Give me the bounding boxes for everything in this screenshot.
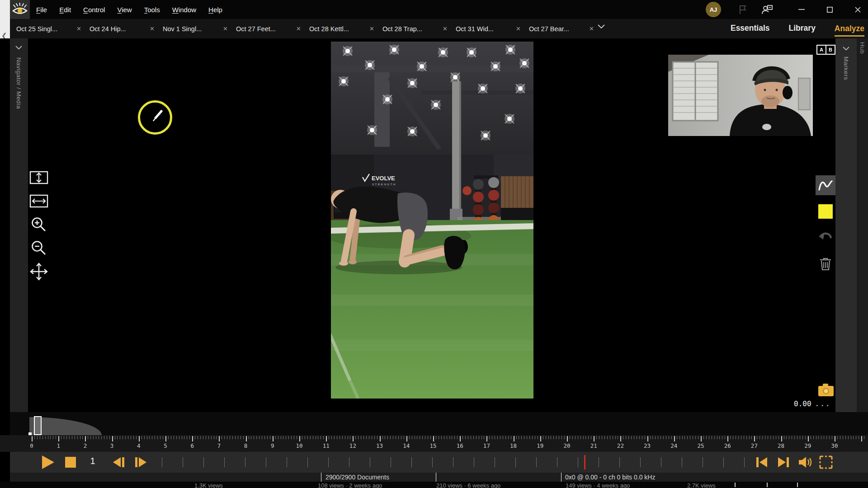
tab-oct-28-trap[interactable]: Oct 28 Trap...✕ <box>382 25 449 33</box>
ruler-tick <box>286 436 286 439</box>
tab-label[interactable]: Nov 1 Singl... <box>163 25 202 33</box>
delete-annotations-button[interactable] <box>816 254 835 274</box>
step-back-button[interactable] <box>113 457 125 468</box>
ruler-tick <box>61 436 61 439</box>
menu-item-tools[interactable]: Tools <box>144 6 160 14</box>
tab-oct-28-kettl[interactable]: Oct 28 Kettl...✕ <box>309 25 376 33</box>
snapshot-button[interactable] <box>816 381 836 399</box>
tab-oct-27-feet[interactable]: Oct 27 Feet...✕ <box>236 25 303 33</box>
ruler-tick <box>599 436 599 439</box>
minimize-button[interactable] <box>791 0 812 19</box>
tab-overflow-chevron-icon[interactable] <box>598 24 605 28</box>
ruler-tick <box>235 436 236 439</box>
ruler-tick <box>168 436 169 439</box>
tab-oct-25-singl[interactable]: Oct 25 Singl...✕ <box>16 25 83 33</box>
tab-close-icon[interactable]: ✕ <box>75 25 83 32</box>
maximize-button[interactable] <box>819 0 840 19</box>
tab-nov-1-singl[interactable]: Nov 1 Singl...✕ <box>163 25 230 33</box>
nav-essentials[interactable]: Essentials <box>731 23 770 34</box>
timeline-band[interactable] <box>10 412 868 435</box>
ruler-tick <box>369 436 369 439</box>
tab-oct-31-wid[interactable]: Oct 31 Wid...✕ <box>456 25 523 33</box>
tab-close-icon[interactable]: ✕ <box>368 25 376 32</box>
tab-label[interactable]: Oct 25 Singl... <box>16 25 57 33</box>
ruler-tick <box>398 436 399 439</box>
step-forward-button[interactable] <box>135 457 146 468</box>
tab-close-icon[interactable]: ✕ <box>221 25 230 32</box>
tab-close-icon[interactable]: ✕ <box>441 25 449 32</box>
tab-label[interactable]: Oct 27 Bear... <box>529 25 569 33</box>
playhead-marker[interactable] <box>584 455 585 469</box>
zoom-out-button[interactable] <box>29 239 49 257</box>
hub-panel[interactable]: Hub <box>857 38 868 412</box>
time-more[interactable]: ... <box>815 399 831 408</box>
freehand-draw-button[interactable] <box>816 175 835 195</box>
close-window-button[interactable] <box>847 0 868 19</box>
ruler-tick <box>366 436 367 439</box>
zoom-in-button[interactable] <box>29 216 49 234</box>
navigator-expand-chevron-icon[interactable] <box>15 46 22 50</box>
tab-label[interactable]: Oct 27 Feet... <box>236 25 276 33</box>
menu-item-file[interactable]: File <box>36 6 47 14</box>
tab-label[interactable]: Oct 24 Hip... <box>90 25 126 33</box>
timeline-ruler[interactable]: 0123456789101112131415161718192021222324… <box>0 435 868 452</box>
ruler-number: 15 <box>429 442 436 449</box>
flag-icon[interactable] <box>737 4 749 15</box>
tab-close-icon[interactable]: ✕ <box>587 25 596 32</box>
color-swatch-button[interactable] <box>816 202 835 221</box>
ruler-tick <box>123 436 123 439</box>
user-avatar[interactable]: AJ <box>706 2 721 17</box>
tab-oct-27-bear[interactable]: Oct 27 Bear...✕ <box>529 25 596 33</box>
jog-tick <box>453 457 453 467</box>
volume-button[interactable] <box>798 456 813 469</box>
ruler-tick <box>259 436 259 439</box>
navigator-media-panel[interactable]: Navigator / Media <box>10 38 28 412</box>
tab-close-icon[interactable]: ✕ <box>148 25 156 32</box>
markers-panel[interactable]: Markers <box>835 38 857 412</box>
feedback-icon[interactable] <box>761 4 773 15</box>
menu-item-edit[interactable]: Edit <box>59 6 71 14</box>
menu-item-window[interactable]: Window <box>172 6 196 14</box>
scrub-fan[interactable] <box>28 412 105 435</box>
nav-analyze[interactable]: Analyze <box>835 24 864 37</box>
tab-label[interactable]: Oct 28 Kettl... <box>309 25 349 33</box>
skip-to-end-button[interactable] <box>778 457 789 468</box>
ruler-tick <box>441 436 442 439</box>
ruler-tick <box>607 436 608 439</box>
skip-to-start-button[interactable] <box>756 457 768 468</box>
menu-item-help[interactable]: Help <box>208 6 222 14</box>
play-button[interactable] <box>42 455 55 469</box>
yellow-swatch <box>818 204 833 219</box>
stop-button[interactable] <box>65 457 76 468</box>
playhead-handle[interactable] <box>34 417 41 435</box>
ruler-tick <box>430 436 431 439</box>
ruler-tick <box>206 436 206 439</box>
ab-compare-button[interactable]: A B <box>816 45 835 55</box>
ruler-tick <box>152 436 152 439</box>
nav-library[interactable]: Library <box>789 23 816 34</box>
tab-oct-24-hip[interactable]: Oct 24 Hip...✕ <box>90 25 156 33</box>
menu-item-view[interactable]: View <box>117 6 132 14</box>
webcam-video <box>668 55 813 136</box>
pan-button[interactable] <box>29 263 49 281</box>
tab-close-icon[interactable]: ✕ <box>514 25 523 32</box>
ruler-tick <box>652 436 653 439</box>
jog-strip[interactable] <box>152 452 758 473</box>
ruler-tick <box>489 436 490 439</box>
markers-expand-chevron-icon[interactable] <box>843 47 849 51</box>
playback-speed[interactable]: 1 <box>86 456 99 466</box>
jog-tick <box>370 457 370 467</box>
menu-item-control[interactable]: Control <box>83 6 105 14</box>
ruler-tick <box>663 436 664 439</box>
undo-button[interactable] <box>816 228 835 248</box>
ruler-tick <box>639 436 640 439</box>
tab-label[interactable]: Oct 31 Wid... <box>456 25 494 33</box>
fit-height-button[interactable] <box>29 169 49 187</box>
ruler-number: 17 <box>483 442 490 449</box>
tab-close-icon[interactable]: ✕ <box>294 25 303 32</box>
ruler-tick <box>157 436 158 439</box>
ruler-tick <box>666 436 666 439</box>
fit-width-button[interactable] <box>29 192 49 210</box>
fullscreen-button[interactable] <box>819 455 833 469</box>
tab-label[interactable]: Oct 28 Trap... <box>382 25 422 33</box>
